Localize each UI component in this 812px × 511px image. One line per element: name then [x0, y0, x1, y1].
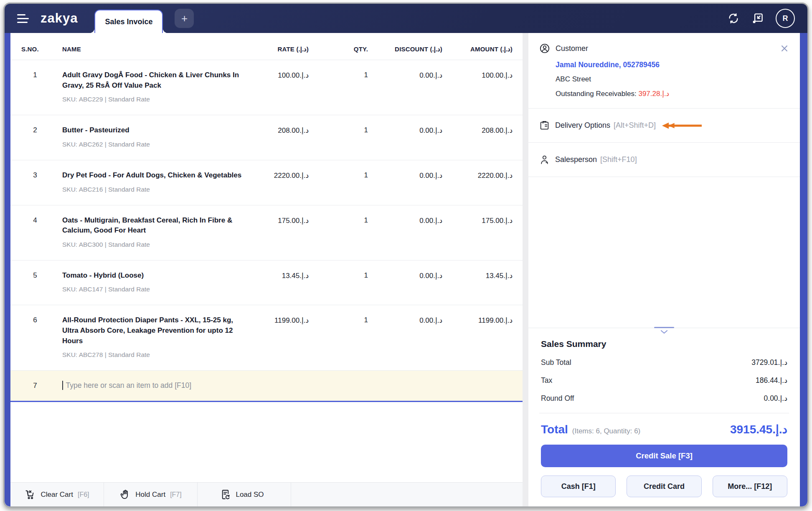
- hand-icon: [119, 489, 131, 500]
- scan-input-placeholder: Type here or scan an item to add [F10]: [66, 381, 191, 390]
- col-rate: RATE (د.إ.‏): [246, 46, 309, 53]
- item-rate: 1199.00د.إ.‏: [246, 315, 309, 359]
- col-discount: DISCOUNT (د.إ.‏): [368, 46, 442, 53]
- app-logo: zakya: [41, 11, 78, 26]
- item-discount: 0.00د.إ.‏: [368, 271, 442, 293]
- item-amount: 13.45د.إ.‏: [442, 271, 513, 293]
- item-sku: SKU: ABC262 | Standard Rate: [62, 141, 246, 148]
- clear-cart-button[interactable]: Clear Cart [F6]: [10, 483, 104, 506]
- load-so-button[interactable]: Load SO: [198, 483, 291, 506]
- panel-divider: [523, 33, 528, 506]
- annotation-arrow-icon: [662, 122, 702, 129]
- item-rate: 175.00د.إ.‏: [246, 215, 309, 248]
- credit-sale-button[interactable]: Credit Sale [F3]: [541, 445, 787, 467]
- total-row: Total (Items: 6, Quantity: 6) 3915.45د.إ…: [541, 422, 787, 436]
- col-name: NAME: [49, 46, 246, 53]
- item-name: Tomato - Hybrid (Loose): [62, 271, 144, 279]
- item-amount: 175.00د.إ.‏: [442, 215, 513, 248]
- item-scan-input[interactable]: 7 Type here or scan an item to add [F10]: [10, 371, 523, 402]
- payment-buttons-row: Cash [F1] Credit Card More... [F12]: [541, 476, 787, 497]
- cash-button[interactable]: Cash [F1]: [541, 476, 616, 497]
- tab-sales-invoice[interactable]: Sales Invoice: [94, 10, 163, 33]
- summary-divider: [539, 413, 789, 413]
- salesperson-icon: [539, 154, 550, 165]
- item-rate: 100.00د.إ.‏: [246, 70, 309, 103]
- hold-cart-button[interactable]: Hold Cart [F7]: [104, 483, 198, 506]
- table-row[interactable]: 6 All-Round Protection Diaper Pants - XX…: [10, 305, 523, 371]
- item-amount: 100.00د.إ.‏: [442, 70, 513, 103]
- plus-icon: +: [181, 12, 188, 25]
- tab-label: Sales Invoice: [105, 18, 152, 26]
- customer-title: Customer: [556, 44, 588, 53]
- item-rate: 2220.00د.إ.‏: [246, 170, 309, 193]
- item-discount: 0.00د.إ.‏: [368, 125, 442, 148]
- sales-summary-section: Sales Summary Sub Total 3729.01د.إ.‏ Tax…: [528, 328, 800, 506]
- item-name: Dry Pet Food - For Adult Dogs, Chicken &…: [62, 171, 241, 179]
- right-edge-strip: [800, 33, 807, 506]
- item-sku: SKU: ABC229 | Standard Rate: [62, 96, 246, 103]
- more-button[interactable]: More... [F12]: [713, 476, 787, 497]
- item-rate: 13.45د.إ.‏: [246, 271, 309, 293]
- hamburger-menu-icon[interactable]: [17, 12, 30, 25]
- sales-summary-title: Sales Summary: [541, 339, 787, 349]
- topbar-actions: R: [727, 9, 795, 28]
- item-name: Oats - Multigrain, Breakfast Cereal, Ric…: [62, 216, 232, 235]
- exit-fullscreen-icon[interactable]: [751, 12, 764, 25]
- roundoff-value: 0.00د.إ.‏: [764, 394, 787, 403]
- customer-icon: [539, 43, 550, 54]
- table-row[interactable]: 5 Tomato - Hybrid (Loose) SKU: ABC147 | …: [10, 261, 523, 306]
- salesperson-row[interactable]: Salesperson [Shift+F10]: [528, 143, 800, 177]
- roundoff-row: Round Off 0.00د.إ.‏: [541, 394, 787, 403]
- text-cursor: [62, 381, 63, 390]
- item-rate: 208.00د.إ.‏: [246, 125, 309, 148]
- table-row[interactable]: 4 Oats - Multigrain, Breakfast Cereal, R…: [10, 205, 523, 261]
- total-label: Total: [541, 423, 568, 436]
- new-tab-button[interactable]: +: [175, 9, 194, 28]
- table-row[interactable]: 2 Butter - Pasteurized SKU: ABC262 | Sta…: [10, 115, 523, 160]
- customer-name-link[interactable]: Jamal Noureddine, 052789456: [556, 61, 789, 69]
- checkout-sidebar: Customer Jamal Noureddine, 052789456 ABC…: [528, 33, 800, 506]
- delivery-icon: [539, 120, 550, 131]
- item-name: Butter - Pasteurized: [62, 126, 129, 134]
- left-edge-strip: [5, 33, 10, 506]
- item-name: All-Round Protection Diaper Pants - XXL,…: [62, 316, 233, 344]
- avatar-initial: R: [783, 14, 788, 23]
- item-amount: 1199.00د.إ.‏: [442, 315, 513, 359]
- credit-card-button[interactable]: Credit Card: [627, 476, 701, 497]
- item-qty: 1: [309, 271, 368, 293]
- subtotal-row: Sub Total 3729.01د.إ.‏: [541, 358, 787, 367]
- sync-icon[interactable]: [727, 12, 740, 25]
- col-amount: AMOUNT (د.إ.‏): [442, 46, 513, 53]
- tax-row: Tax 186.44د.إ.‏: [541, 376, 787, 385]
- item-discount: 0.00د.إ.‏: [368, 70, 442, 103]
- user-avatar[interactable]: R: [776, 9, 795, 28]
- table-row[interactable]: 1 Adult Gravy DogÂ Food - Chicken & Live…: [10, 60, 523, 115]
- main-area: S.NO. NAME RATE (د.إ.‏) QTY. DISCOUNT (د…: [5, 33, 807, 506]
- item-sku: SKU: ABC300 | Standard Rate: [62, 241, 246, 248]
- tax-value: 186.44د.إ.‏: [756, 376, 787, 385]
- customer-address: ABC Street: [556, 75, 789, 83]
- invoice-panel: S.NO. NAME RATE (د.إ.‏) QTY. DISCOUNT (د…: [10, 33, 523, 506]
- total-amount: 3915.45د.إ.‏: [730, 422, 787, 436]
- receipt-reload-icon: [220, 489, 231, 500]
- item-qty: 1: [309, 315, 368, 359]
- customer-section: Customer Jamal Noureddine, 052789456 ABC…: [528, 33, 800, 109]
- item-sku: SKU: ABC147 | Standard Rate: [62, 286, 246, 293]
- subtotal-value: 3729.01د.إ.‏: [751, 358, 787, 367]
- cart-x-icon: [25, 489, 36, 500]
- outstanding-amount: 397.28د.إ.‏: [638, 90, 669, 98]
- top-bar: zakya Sales Invoice + R: [5, 4, 807, 33]
- sidebar-empty-space: [528, 177, 800, 328]
- item-qty: 1: [309, 70, 368, 103]
- item-amount: 208.00د.إ.‏: [442, 125, 513, 148]
- item-sku: SKU: ABC278 | Standard Rate: [62, 351, 246, 359]
- item-amount: 2220.00د.إ.‏: [442, 170, 513, 193]
- close-icon[interactable]: [780, 44, 789, 53]
- table-empty-space: [10, 402, 523, 482]
- table-row[interactable]: 3 Dry Pet Food - For Adult Dogs, Chicken…: [10, 160, 523, 205]
- collapse-summary-handle[interactable]: [654, 327, 674, 336]
- delivery-options-row[interactable]: Delivery Options [Alt+Shift+D]: [528, 109, 800, 143]
- outstanding-receivables: Outstanding Receivables: 397.28د.إ.‏: [556, 89, 789, 98]
- item-discount: 0.00د.إ.‏: [368, 170, 442, 193]
- app-window: zakya Sales Invoice + R: [3, 3, 809, 508]
